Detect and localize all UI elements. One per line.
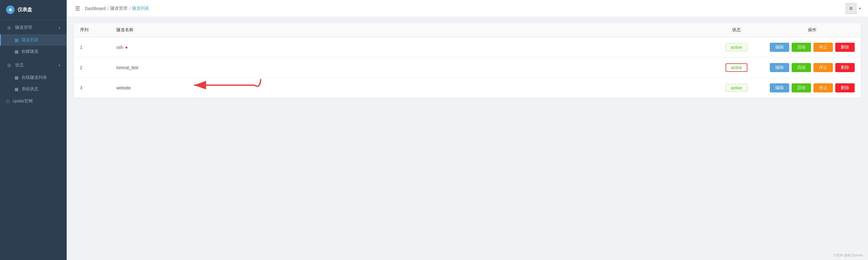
avatar[interactable]: 🖼 — [845, 3, 857, 14]
status-chevron: ∧ — [58, 63, 61, 67]
cell-status-1: active — [709, 37, 764, 58]
sidebar-item-online-tunnel-label: 在线隧道列表 — [22, 75, 47, 80]
start-btn-3[interactable]: 启动 — [792, 83, 811, 92]
avatar-img: 🖼 — [849, 7, 852, 10]
logo-icon: ◉ — [6, 5, 14, 14]
sidebar-item-cpolar[interactable]: ⬡ cpolar官网 — [0, 95, 67, 107]
header: ☰ Dashboard / 隧道管理 / 隧道列表 🖼 ▾ — [67, 0, 868, 17]
delete-btn-3[interactable]: 删除 — [835, 83, 855, 92]
sidebar-group-tunnel-header[interactable]: ◎ 隧道管理 ∧ — [0, 21, 67, 34]
breadcrumb-sep-2: / — [129, 6, 130, 11]
edit-btn-2[interactable]: 编辑 — [770, 63, 789, 72]
header-left: ☰ Dashboard / 隧道管理 / 隧道列表 — [74, 4, 149, 13]
hamburger-button[interactable]: ☰ — [74, 4, 81, 13]
stop-btn-2[interactable]: 停止 — [813, 63, 833, 72]
cell-seq-1: 1 — [74, 37, 110, 58]
status-badge-2: active — [725, 63, 748, 72]
content-area: 序列 隧道名称 状态 操作 1 ssh active — [67, 17, 868, 260]
action-buttons-1: 编辑 启动 停止 删除 — [770, 43, 855, 52]
tunnel-mgmt-icon: ◎ — [6, 25, 12, 31]
system-status-icon: ▦ — [14, 87, 19, 92]
col-header-status: 状态 — [709, 23, 764, 37]
sidebar-item-tunnel-list-label: 隧道列表 — [22, 37, 38, 43]
delete-btn-1[interactable]: 删除 — [835, 43, 855, 52]
sidebar-item-tunnel-list[interactable]: ▦ 隧道列表 — [0, 34, 67, 46]
sidebar-group-tunnel: ◎ 隧道管理 ∧ ▦ 隧道列表 ▦ 创建隧道 — [0, 21, 67, 57]
sidebar: ◉ 仪表盘 ◎ 隧道管理 ∧ ▦ 隧道列表 ▦ 创建隧道 ◎ 状态 ∧ — [0, 0, 67, 260]
status-badge-1: active — [726, 43, 747, 51]
col-header-name: 隧道名称 — [110, 23, 709, 37]
sidebar-group-status: ◎ 状态 ∧ ▦ 在线隧道列表 ▦ 系统状态 — [0, 59, 67, 95]
stop-btn-3[interactable]: 停止 — [813, 83, 833, 92]
cell-name-1: ssh — [110, 37, 709, 58]
sidebar-item-system-status-label: 系统状态 — [22, 86, 38, 92]
online-tunnel-icon: ▦ — [14, 75, 19, 80]
header-right: 🖼 ▾ — [845, 3, 861, 14]
sidebar-group-status-label: 状态 — [15, 62, 24, 68]
start-btn-2[interactable]: 启动 — [792, 63, 811, 72]
create-tunnel-icon: ▦ — [14, 49, 19, 54]
table-row: 1 ssh active 编辑 启动 停止 删除 — [74, 37, 861, 58]
cell-name-3: website — [110, 78, 709, 98]
status-badge-3: active — [726, 84, 747, 92]
col-header-seq: 序列 — [74, 23, 110, 37]
breadcrumb-sep-1: / — [107, 6, 109, 11]
cpolar-icon: ⬡ — [6, 99, 10, 104]
cell-status-2: active — [709, 58, 764, 78]
action-buttons-3: 编辑 启动 停止 删除 — [770, 83, 855, 92]
tunnel-table: 序列 隧道名称 状态 操作 1 ssh active — [74, 23, 861, 98]
sidebar-group-tunnel-label: 隧道管理 — [15, 25, 32, 30]
tunnel-mgmt-chevron: ∧ — [58, 26, 61, 30]
delete-btn-2[interactable]: 删除 — [835, 63, 855, 72]
edit-btn-3[interactable]: 编辑 — [770, 83, 789, 92]
edit-btn-1[interactable]: 编辑 — [770, 43, 789, 52]
cell-seq-3: 3 — [74, 78, 110, 98]
table-row: 3 website active 编辑 启动 停止 删除 — [74, 78, 861, 98]
breadcrumb-tunnel-list[interactable]: 隧道列表 — [132, 6, 149, 11]
sidebar-group-status-header[interactable]: ◎ 状态 ∧ — [0, 59, 67, 72]
table-header-row: 序列 隧道名称 状态 操作 — [74, 23, 861, 37]
user-dropdown-arrow[interactable]: ▾ — [859, 6, 861, 10]
table-row: 2 tomcat_test active — [74, 58, 861, 78]
breadcrumb-tunnel-mgmt[interactable]: 隧道管理 — [110, 6, 127, 11]
table-card: 序列 隧道名称 状态 操作 1 ssh active — [74, 23, 861, 98]
cell-seq-2: 2 — [74, 58, 110, 78]
sidebar-item-online-tunnel[interactable]: ▦ 在线隧道列表 — [0, 72, 67, 83]
col-header-actions: 操作 — [764, 23, 861, 37]
sidebar-item-create-tunnel-label: 创建隧道 — [22, 49, 38, 54]
sidebar-item-create-tunnel[interactable]: ▦ 创建隧道 — [0, 46, 67, 57]
tunnel-list-icon: ▦ — [14, 38, 19, 42]
cell-actions-2: 编辑 启动 停止 删除 — [764, 58, 861, 78]
sidebar-item-cpolar-label: cpolar官网 — [13, 98, 33, 104]
start-btn-1[interactable]: 启动 — [792, 43, 811, 52]
cell-name-2: tomcat_test — [110, 58, 709, 78]
action-buttons-2: 编辑 启动 停止 删除 — [770, 63, 855, 72]
sidebar-item-system-status[interactable]: ▦ 系统状态 — [0, 83, 67, 95]
breadcrumb-dashboard[interactable]: Dashboard — [85, 6, 106, 11]
cell-status-3: active — [709, 78, 764, 98]
cell-actions-3: 编辑 启动 停止 删除 — [764, 78, 861, 98]
footer-watermark: CSDN @秋刀prince — [834, 253, 863, 258]
breadcrumb: Dashboard / 隧道管理 / 隧道列表 — [85, 6, 149, 11]
cell-actions-1: 编辑 启动 停止 删除 — [764, 37, 861, 58]
main-content: ☰ Dashboard / 隧道管理 / 隧道列表 🖼 ▾ 序列 隧道名 — [67, 0, 868, 260]
red-dot-1 — [125, 47, 127, 48]
status-group-icon: ◎ — [6, 62, 12, 68]
sidebar-dashboard-label: 仪表盘 — [18, 7, 32, 13]
sidebar-logo[interactable]: ◉ 仪表盘 — [0, 0, 67, 20]
stop-btn-1[interactable]: 停止 — [813, 43, 833, 52]
